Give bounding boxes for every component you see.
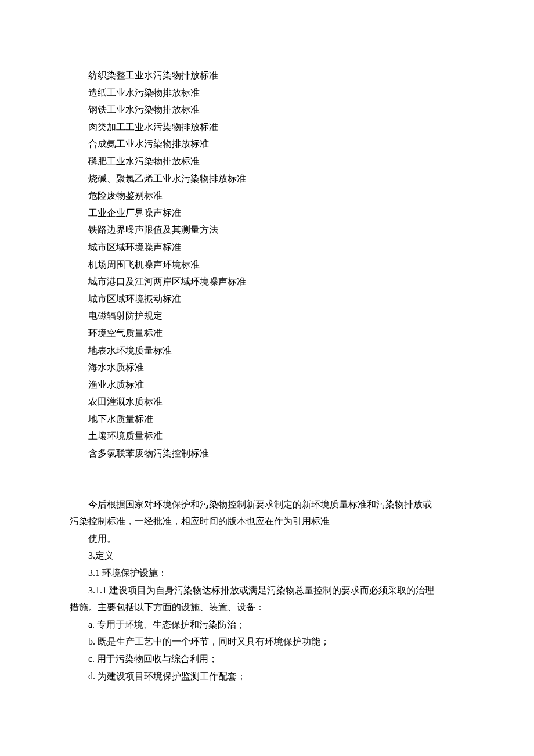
standard-item: 造纸工业水污染物排放标准 [70,84,464,102]
list-item: b. 既是生产工艺中的一个环节，同时又具有环境保护功能； [70,633,464,650]
paragraph-line: 污染控制标准，一经批准，相应时间的版本也应在作为引用标准 [70,513,464,530]
standard-item: 磷肥工业水污染物排放标准 [70,153,464,170]
standard-item: 肉类加工工业水污染物排放标准 [70,118,464,136]
standard-item: 地下水质量标准 [70,411,464,428]
standard-item: 铁路边界噪声限值及其测量方法 [70,221,464,239]
standard-item: 海水水质标准 [70,359,464,376]
standard-item: 工业企业厂界噪声标准 [70,204,464,222]
list-item: a. 专用于环境、生态保护和污染防治； [70,616,464,633]
standard-item: 渔业水质标准 [70,376,464,394]
paragraph-line: 措施。主要包括以下方面的设施、装置、设备： [70,599,464,616]
standard-item: 危险废物鉴别标准 [70,187,464,204]
standard-item: 城市港口及江河两岸区域环境噪声标准 [70,273,464,290]
standard-item: 农田灌溉水质标准 [70,393,464,411]
standard-item: 电磁辐射防护规定 [70,307,464,325]
paragraph-line: 使用。 [70,530,464,548]
standard-item: 机场周围飞机噪声环境标准 [70,256,464,273]
standard-item: 地表水环境质量标准 [70,342,464,359]
standard-item: 城市区域环境振动标准 [70,290,464,308]
list-item: d. 为建设项目环境保护监测工作配套； [70,668,464,685]
standard-item: 含多氯联苯废物污染控制标准 [70,445,464,462]
list-item: c. 用于污染物回收与综合利用； [70,650,464,668]
standard-item: 烧碱、聚氯乙烯工业水污染物排放标准 [70,170,464,188]
body-text: 今后根据国家对环境保护和污染物控制新要求制定的新环境质量标准和污染物排放或 污染… [70,496,464,685]
section-heading: 3.1 环境保护设施： [70,564,464,582]
standard-item: 土壤环境质量标准 [70,427,464,445]
standard-item: 城市区域环境噪声标准 [70,239,464,256]
paragraph-line: 3.1.1 建设项目为自身污染物达标排放或满足污染物总量控制的要求而必须采取的治… [70,582,464,599]
standard-item: 合成氨工业水污染物排放标准 [70,135,464,153]
standard-item: 纺织染整工业水污染物排放标准 [70,67,464,84]
standards-list: 纺织染整工业水污染物排放标准 造纸工业水污染物排放标准 钢铁工业水污染物排放标准… [70,67,464,462]
standard-item: 环境空气质量标准 [70,325,464,342]
section-heading: 3.定义 [70,547,464,564]
paragraph-line: 今后根据国家对环境保护和污染物控制新要求制定的新环境质量标准和污染物排放或 [70,496,464,513]
standard-item: 钢铁工业水污染物排放标准 [70,101,464,118]
